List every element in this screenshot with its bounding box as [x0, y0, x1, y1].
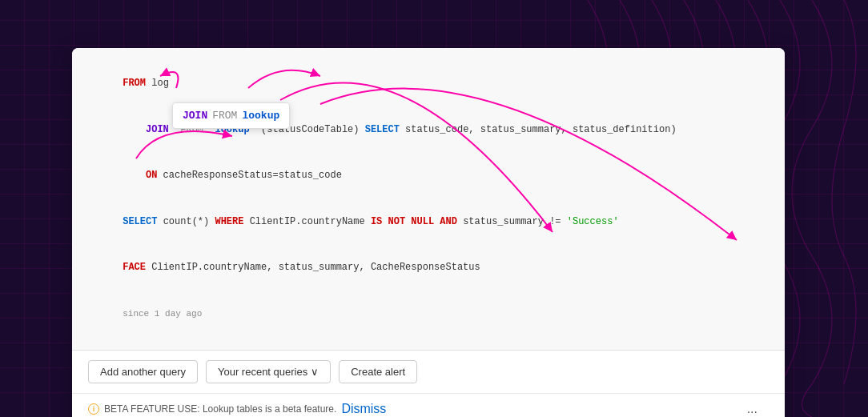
keyword-join: JOIN: [146, 124, 169, 135]
code-line-6: since 1 day ago: [88, 291, 769, 338]
keyword-select-2: SELECT: [123, 216, 157, 227]
code-line-3: ON cacheResponseStatus=status_code: [88, 153, 769, 199]
beta-info-icon: i: [88, 403, 99, 415]
code-line-5: FACE ClientIP.countryName, status_summar…: [88, 245, 769, 291]
keyword-where: WHERE: [215, 216, 243, 227]
add-another-query-button[interactable]: Add another query: [88, 360, 198, 383]
recent-queries-button[interactable]: Your recent queries ∨: [206, 360, 331, 383]
keyword-select: SELECT: [365, 124, 400, 135]
recent-queries-label: Your recent queries: [218, 366, 307, 378]
tooltip-popup: JOIN FROM lookup: [172, 102, 290, 129]
keyword-is-not-null: IS NOT NULL: [371, 216, 434, 227]
tooltip-lookup-label: lookup: [242, 110, 279, 122]
tooltip-join-label: JOIN: [183, 110, 207, 122]
keyword-from: FROM: [123, 78, 146, 89]
code-section: FROM log JOIN FROM lookup (statusCodeTab…: [72, 48, 785, 351]
main-card: FROM log JOIN FROM lookup (statusCodeTab…: [72, 48, 785, 417]
keyword-face: FACE: [123, 262, 146, 273]
beta-notice-text: BETA FEATURE USE: Lookup tables is a bet…: [104, 403, 336, 415]
tooltip-from-label: FROM: [212, 110, 237, 122]
chevron-down-icon: ∨: [311, 366, 319, 378]
code-line-4: SELECT count(*) WHERE ClientIP.countryNa…: [88, 199, 769, 246]
string-success: 'Success': [567, 216, 619, 227]
dismiss-link[interactable]: Dismiss: [341, 402, 386, 416]
more-options-button[interactable]: ...: [742, 400, 762, 417]
create-alert-button[interactable]: Create alert: [339, 360, 417, 383]
action-row: Add another query Your recent queries ∨ …: [72, 351, 785, 394]
keyword-and: AND: [440, 216, 457, 227]
beta-notice-row: i BETA FEATURE USE: Lookup tables is a b…: [88, 402, 386, 416]
since-text-code: since 1 day ago: [123, 309, 202, 319]
keyword-on: ON: [146, 170, 157, 181]
code-line-1: FROM log: [88, 61, 769, 107]
